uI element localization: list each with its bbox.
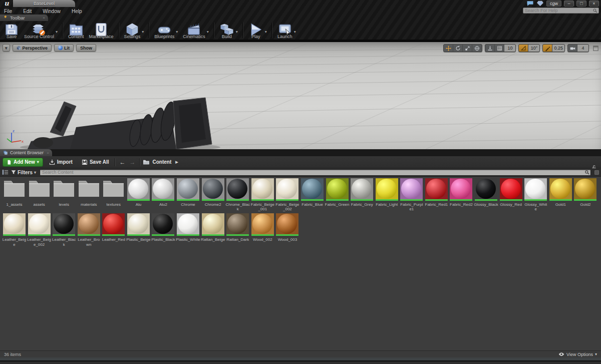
search-content-input[interactable] [40, 170, 584, 175]
rotation-snap-value[interactable]: 10° [528, 45, 539, 52]
add-new-button[interactable]: Add New ▾ [3, 158, 43, 167]
close-button[interactable]: × [589, 1, 599, 7]
help-search-input[interactable] [523, 8, 592, 13]
asset-tile[interactable]: Gold2 [573, 178, 597, 211]
build-button[interactable]: Build▾ [216, 21, 240, 40]
minimize-button[interactable]: – [564, 1, 574, 7]
asset-tile[interactable]: Fabric_Beige_002 [275, 178, 299, 211]
folder-tile[interactable]: 1_assets [2, 178, 27, 211]
asset-tile[interactable]: Alu [126, 178, 151, 211]
asset-view[interactable]: 1_assetsassetslevelsmaterialstexturesAlu… [0, 177, 601, 350]
asset-tile[interactable]: Leather_Black [52, 213, 76, 246]
asset-tile[interactable]: Fabric_Red2 [449, 178, 473, 211]
asset-tile[interactable]: Chrome_Black [225, 178, 250, 211]
show-button[interactable]: Show [76, 44, 96, 52]
asset-tile[interactable]: Chrome [176, 178, 200, 211]
asset-tile[interactable]: Fabric_Purple1 [399, 178, 424, 211]
folder-tile[interactable]: materials [77, 178, 101, 211]
scale-snap-toggle[interactable] [543, 45, 552, 52]
source-control-button[interactable]: Source Control▾ [21, 21, 60, 40]
perspective-button[interactable]: Perspective [13, 44, 52, 52]
asset-tile[interactable]: Glossy_Red [499, 178, 523, 211]
maximize-button[interactable]: □ [576, 1, 586, 7]
asset-tile[interactable]: Fabric_Blue [300, 178, 325, 211]
cinematics-button[interactable]: Cinematics▾ [180, 21, 211, 40]
world-coordinate-button[interactable] [472, 45, 482, 52]
chevron-down-icon[interactable]: ▾ [56, 30, 58, 34]
folder-tile[interactable]: textures [101, 178, 126, 211]
rotation-snap-toggle[interactable] [519, 45, 528, 52]
filters-button[interactable]: Filters ▾ [11, 170, 36, 175]
menu-item-file[interactable]: File [4, 9, 12, 14]
viewport-options-button[interactable]: ▾ [3, 44, 10, 52]
chat-bubble-icon[interactable] [526, 1, 534, 7]
asset-tile[interactable]: Chrome2 [201, 178, 225, 211]
chevron-down-icon[interactable]: ▾ [176, 30, 178, 34]
back-button[interactable]: ← [118, 157, 126, 167]
asset-tile[interactable]: Plastic_Beige [126, 213, 151, 246]
asset-tile[interactable]: Fabric_Light [375, 178, 399, 211]
asset-tile[interactable]: Leather_Brown [77, 213, 101, 246]
lit-mode-button[interactable]: Lit [54, 44, 74, 52]
forward-button[interactable]: → [129, 157, 136, 167]
asset-tile[interactable]: Glossy_Black [474, 178, 498, 211]
menu-item-edit[interactable]: Edit [23, 9, 32, 14]
marketplace-button[interactable]: Marketplace [86, 21, 116, 40]
asset-tile[interactable]: Leather_Beige [2, 213, 27, 246]
chevron-down-icon[interactable]: ▾ [294, 30, 296, 34]
asset-tile[interactable]: Leather_Beige_002 [27, 213, 52, 246]
chevron-down-icon[interactable]: ▾ [207, 30, 209, 34]
3d-viewport[interactable]: z x ▾ Perspective Lit Show [0, 42, 601, 149]
chevron-down-icon[interactable]: ▾ [236, 30, 238, 34]
breadcrumb-expand-icon[interactable]: ▶ [175, 160, 178, 164]
user-badge[interactable]: cgw [546, 1, 561, 7]
save-button[interactable]: Save [1, 21, 21, 40]
tab-close-icon[interactable]: × [43, 16, 45, 20]
asset-tile[interactable]: Fabric_Beige_001 [250, 178, 275, 211]
asset-tile[interactable]: Fabric_Red1 [424, 178, 449, 211]
marketplace-gem-icon[interactable] [536, 1, 544, 7]
asset-tile[interactable]: Fabric_Grey [350, 178, 374, 211]
tab-close-icon[interactable]: × [47, 151, 49, 155]
rotate-tool-button[interactable] [453, 45, 463, 52]
menu-item-help[interactable]: Help [72, 9, 82, 14]
settings-button[interactable]: Settings▾ [121, 21, 146, 40]
asset-tile[interactable]: Alu2 [151, 178, 175, 211]
grid-snap-toggle[interactable] [495, 45, 504, 52]
asset-tile[interactable]: Rattan_Dark [225, 213, 250, 246]
scale-tool-button[interactable] [463, 45, 472, 52]
viewport-maximize-button[interactable] [593, 46, 598, 51]
level-tab[interactable]: BaseLevel [13, 0, 75, 7]
blueprints-button[interactable]: Blueprints▾ [151, 21, 180, 40]
save-all-button[interactable]: Save All [79, 157, 112, 167]
camera-speed-value[interactable]: 4 [577, 45, 588, 52]
folder-tile[interactable]: levels [52, 178, 76, 211]
sources-panel-toggle-icon[interactable] [2, 169, 9, 175]
save-search-icon[interactable] [594, 170, 599, 175]
asset-tile[interactable]: Plastic_White [176, 213, 200, 246]
asset-tile[interactable]: Plastic_Black [151, 213, 175, 246]
menu-item-window[interactable]: Window [43, 9, 61, 14]
asset-tile[interactable]: Glossy_White [523, 178, 548, 211]
surface-snap-button[interactable] [485, 45, 495, 52]
asset-tile[interactable]: Leather_Red [101, 213, 126, 246]
asset-tile[interactable]: Wood_002 [250, 213, 275, 246]
chevron-down-icon[interactable]: ▾ [265, 30, 267, 34]
play-button[interactable]: Play▾ [245, 21, 269, 40]
asset-tile[interactable]: Wood_003 [275, 213, 299, 246]
folder-tile[interactable]: assets [27, 178, 52, 211]
asset-tile[interactable]: Gold1 [548, 178, 573, 211]
asset-tile[interactable]: Rattan_Beige [201, 213, 225, 246]
asset-tile[interactable]: Fabric_Green [325, 178, 350, 211]
chevron-down-icon[interactable]: ▾ [142, 30, 144, 34]
launch-button[interactable]: Launch▾ [274, 21, 298, 40]
content-browser-tab[interactable]: Content Browser × [0, 149, 52, 156]
breadcrumb[interactable]: Content ▶ [143, 159, 178, 165]
content-button[interactable]: Content [65, 21, 86, 40]
scale-snap-value[interactable]: 0.25 [552, 45, 564, 52]
translate-tool-button[interactable] [444, 45, 453, 52]
grid-snap-value[interactable]: 10 [504, 45, 515, 52]
camera-speed-button[interactable] [568, 45, 577, 52]
view-options-button[interactable]: View Options ▾ [558, 352, 597, 357]
import-button[interactable]: Import [46, 157, 76, 167]
